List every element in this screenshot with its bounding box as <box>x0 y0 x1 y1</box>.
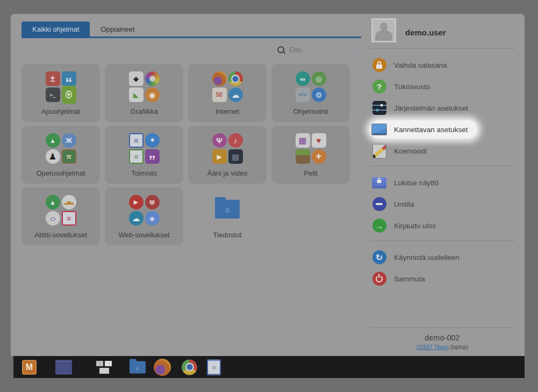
abitti-cap-icon: ▲ <box>46 195 60 209</box>
category-tile-internet[interactable]: ✉☁Internet <box>188 64 267 122</box>
sidebar-item-tukisivusto[interactable]: ?Tukisivusto <box>370 76 515 97</box>
sidebar-item-unitila[interactable]: Unitila <box>370 193 515 215</box>
laptop-icon <box>372 122 386 137</box>
geometry-icon: ○ <box>46 211 60 226</box>
launcher-panel: Kaikki ohjelmatOppiaineet ±“>_⦿Apuohjelm… <box>11 14 525 356</box>
lock-orange-icon <box>372 58 386 72</box>
exam-pencil-icon <box>372 144 386 158</box>
category-label: Ääni ja video <box>188 169 267 177</box>
sidebar-item-label: Vaihda salasana <box>394 61 447 69</box>
divider <box>370 48 515 49</box>
power-icon <box>372 272 386 286</box>
notes-icon: “ <box>62 71 76 86</box>
divider <box>370 241 515 241</box>
category-tile-ohjelmointi[interactable]: ∞◎</>⚙Ohjelmointi <box>271 64 350 122</box>
firefox-icon <box>212 71 227 86</box>
sidebar-item-label: Tukisivusto <box>394 83 430 91</box>
sidebar-item-sammuta[interactable]: Sammuta <box>370 268 515 289</box>
sidebar-item-label: Kannettavan asetukset <box>394 126 468 134</box>
system-sliders-icon <box>372 101 386 115</box>
category-tile-aani-ja-video[interactable]: Ψ♪▶▤Ääni ja video <box>188 126 267 184</box>
calc-doc-icon: ≡ <box>129 149 144 164</box>
sidebar-item-label: Lukitse näyttö <box>394 179 439 187</box>
chrome-icon[interactable] <box>182 359 197 375</box>
device-link[interactable]: O2537 Titaan <box>417 344 449 350</box>
category-tile-opetusohjelmat[interactable]: ▲Ж♟πOpetusohjelmat <box>21 126 100 184</box>
category-tile-pelit[interactable]: ▦♥+Pelit <box>271 126 350 184</box>
sidebar: demo.user Vaihda salasana?TukisivustoJär… <box>370 14 520 356</box>
chrome-icon <box>228 71 243 86</box>
sidebar-item-label: Kirjaudu ulos <box>394 222 436 230</box>
taskbar: M⌂≡ <box>13 356 525 378</box>
card-game-icon: ♥ <box>312 133 326 148</box>
color-wheel-icon <box>145 71 160 86</box>
sidebar-item-koemoodi[interactable]: Koemoodi <box>370 140 515 162</box>
sidebar-item-kannettavan-asetukset[interactable]: Kannettavan asetukset <box>370 120 477 139</box>
web-browser-icon: ◈ <box>145 211 160 226</box>
inkscape-icon: ◆ <box>129 71 144 86</box>
sidebar-item-kaynnista-uudelleen[interactable]: ↻Käynnistä uudelleen <box>370 246 515 268</box>
education-cap-icon: ▲ <box>46 133 60 148</box>
sidebar-footer: demo-002 O2537 Titaan (laptop) <box>370 323 515 350</box>
sidebar-item-label: Sammuta <box>394 275 425 283</box>
firefox-icon[interactable] <box>154 359 171 376</box>
tab-kaikki-ohjelmat[interactable]: Kaikki ohjelmat <box>21 21 90 37</box>
category-label: Web-sovellukset <box>105 231 183 239</box>
category-tile-apuohjelmat[interactable]: ±“>_⦿Apuohjelmat <box>21 64 100 122</box>
category-tile-tiedostot[interactable]: ⌂Tiedostot <box>188 187 267 245</box>
pen-nib-icon: ♠ <box>145 133 160 148</box>
youtube-icon: ▶ <box>129 195 144 209</box>
app-category-grid: ±“>_⦿Apuohjelmat◆◣◉Grafiikka✉☁Internet∞◎… <box>21 64 350 245</box>
category-label: Abitti-sovellukset <box>21 231 100 239</box>
chart-icon: ▂▅▃ <box>62 195 76 209</box>
blender-icon: ◉ <box>145 88 160 102</box>
sidebar-item-lukitse-naytto[interactable]: Lukitse näyttö <box>370 172 515 193</box>
category-tile-toimisto[interactable]: ≡♠≡”Toimisto <box>105 126 183 184</box>
category-label: Toimisto <box>105 169 183 177</box>
office-notes-icon: ” <box>145 149 160 164</box>
show-desktop-icon[interactable] <box>55 360 72 374</box>
category-tile-abitti-sovellukset[interactable]: ▲▂▅▃○≡Abitti-sovellukset <box>21 187 100 245</box>
sidebar-item-jarjestelman-asetukset[interactable]: Järjestelmän asetukset <box>370 97 515 119</box>
sidebar-item-label: Koemoodi <box>394 147 427 155</box>
sidebar-item-vaihda-salasana[interactable]: Vaihda salasana <box>370 54 515 76</box>
calculator-icon: ± <box>46 71 60 86</box>
window-switcher-icon[interactable] <box>96 360 112 374</box>
desktop-background: { "tabs": { "items": [ {"id": "kaikki-oh… <box>0 0 538 392</box>
sleep-icon <box>372 197 386 212</box>
library-book-icon: ⋓ <box>145 195 160 209</box>
icon-cluster: Ψ♪▶▤ <box>188 133 267 164</box>
tab-oppiaineet[interactable]: Oppiaineet <box>90 21 145 37</box>
sidebar-item-kirjaudu-ulos[interactable]: →Kirjaudu ulos <box>370 215 515 236</box>
file-manager-icon[interactable]: ⌂ <box>130 361 146 373</box>
icon-cluster: ✉☁ <box>188 71 267 102</box>
media-player-icon: ▶ <box>212 149 227 164</box>
microphone-icon: Ψ <box>212 133 227 148</box>
category-label: Pelit <box>271 169 350 177</box>
video-editor-icon: ▤ <box>228 149 243 164</box>
impress-doc-icon: ≡ <box>62 211 76 226</box>
category-label: Apuohjelmat <box>21 107 100 115</box>
cloud-icon: ☁ <box>228 88 243 102</box>
terminal-icon: >_ <box>46 88 60 102</box>
tux-icon: ♟ <box>46 149 60 164</box>
build-tool-icon: ⚙ <box>312 88 326 102</box>
cloud-service-icon: ☁ <box>129 211 144 226</box>
menu-launcher-icon[interactable]: M <box>22 360 37 374</box>
icon-cluster: ∞◎</>⚙ <box>271 71 350 102</box>
lock-screen-icon <box>372 176 386 190</box>
icon-cluster: ◆◣◉ <box>105 71 183 102</box>
category-tile-grafiikka[interactable]: ◆◣◉Grafiikka <box>105 64 183 122</box>
device-type: (laptop) <box>449 344 469 350</box>
menu-group: ↻Käynnistä uudelleenSammuta <box>370 246 515 289</box>
writer-icon[interactable]: ≡ <box>207 359 221 375</box>
icon-cluster: ≡♠≡” <box>105 133 183 164</box>
tab-bar: Kaikki ohjelmatOppiaineet <box>21 21 145 37</box>
search-input[interactable] <box>288 45 354 54</box>
icon-cluster: ▶⋓☁◈ <box>105 195 183 226</box>
category-label: Grafiikka <box>105 107 183 115</box>
sidebar-item-label: Unitila <box>394 200 414 208</box>
user-avatar <box>371 18 396 42</box>
category-tile-web-sovellukset[interactable]: ▶⋓☁◈Web-sovellukset <box>105 187 183 245</box>
icon-cluster: ▲▂▅▃○≡ <box>21 195 100 226</box>
